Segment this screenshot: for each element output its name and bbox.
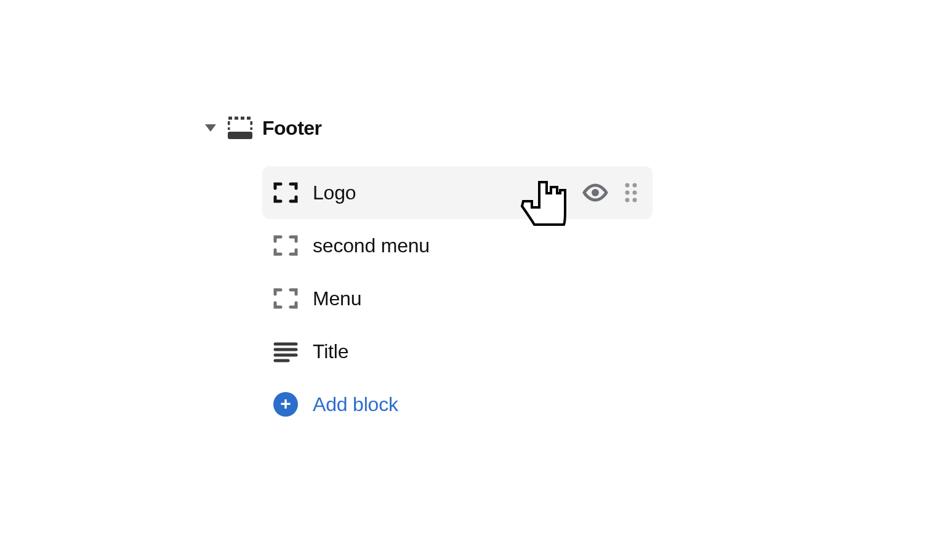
add-block-label: Add block: [313, 393, 398, 416]
block-icon: [273, 233, 298, 258]
block-icon: [273, 180, 298, 205]
drag-handle-icon[interactable]: [624, 182, 638, 203]
section-title: Footer: [262, 117, 322, 140]
add-block-button[interactable]: + Add block: [262, 378, 653, 431]
section-children: Logo: [262, 166, 653, 431]
text-icon: [273, 339, 298, 364]
block-item-second-menu[interactable]: second menu: [262, 219, 653, 272]
visibility-toggle-icon[interactable]: [582, 183, 608, 202]
sections-panel: Footer Logo: [203, 112, 653, 431]
svg-point-6: [633, 183, 637, 188]
hover-actions: [582, 182, 640, 203]
block-item-title[interactable]: Title: [262, 325, 653, 378]
block-icon: [273, 286, 298, 311]
plus-circle-icon: +: [273, 392, 298, 417]
svg-point-10: [633, 198, 637, 202]
svg-point-7: [625, 191, 630, 195]
block-item-label: second menu: [313, 234, 640, 257]
block-item-label: Logo: [313, 182, 568, 204]
svg-point-5: [625, 183, 630, 188]
section-header-footer[interactable]: Footer: [203, 112, 653, 144]
caret-down-icon: [203, 124, 218, 132]
svg-rect-3: [228, 132, 252, 139]
block-item-label: Title: [313, 340, 640, 363]
svg-point-4: [592, 189, 599, 196]
section-footer-icon: [228, 116, 252, 140]
block-item-logo[interactable]: Logo: [262, 166, 653, 219]
block-item-menu[interactable]: Menu: [262, 272, 653, 325]
block-item-label: Menu: [313, 287, 640, 310]
svg-point-8: [633, 191, 637, 195]
svg-point-9: [625, 198, 630, 202]
